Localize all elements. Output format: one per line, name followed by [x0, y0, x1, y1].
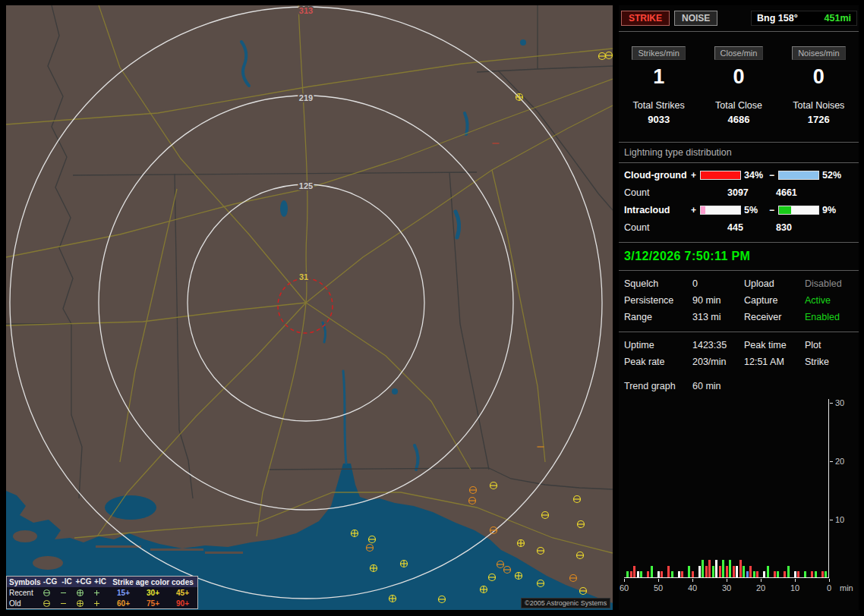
trend-bar	[794, 571, 796, 577]
trend-bar	[787, 566, 790, 577]
strikes-stat-column: Strikes/min 1 Total Strikes 9033	[619, 46, 698, 125]
trend-bar	[633, 566, 635, 577]
trend-bar	[739, 560, 742, 577]
age-code-90: 90+	[168, 599, 197, 608]
strikes-per-min-value: 1	[619, 65, 698, 89]
x-tick-mark	[829, 579, 830, 582]
peak-time-label: Peak time	[744, 340, 805, 350]
close-per-min-chip[interactable]: Close/min	[714, 46, 764, 60]
persistence-value: 90 min	[692, 295, 744, 306]
total-noises-label: Total Noises	[779, 100, 859, 111]
trend-bar	[811, 571, 813, 577]
plus-sign: +	[691, 205, 700, 215]
trend-bar	[671, 571, 673, 577]
upload-status: Disabled	[805, 278, 859, 289]
strike-symbol-pc	[516, 94, 523, 101]
persistence-label: Persistence	[624, 295, 692, 306]
strikes-per-min-chip[interactable]: Strikes/min	[632, 46, 685, 60]
strike-symbol-pc	[401, 561, 408, 567]
copyright: ©2005 Astrogenic Systems	[521, 598, 610, 608]
ic-minus-count: 830	[776, 222, 792, 233]
status-grid: Uptime 1423:35 Peak time Plot Peak rate …	[619, 332, 859, 376]
x-tick-label: 0	[821, 583, 837, 592]
ic-plus-bar	[700, 206, 741, 215]
x-tick-label: 10	[787, 583, 803, 592]
x-tick-label: 20	[753, 583, 768, 592]
distribution-title: Lightning type distribution	[619, 143, 859, 163]
trend-bar	[743, 566, 745, 577]
squelch-label: Squelch	[624, 278, 692, 289]
age-code-15: 15+	[109, 589, 138, 597]
trend-bar	[640, 571, 642, 577]
age-code-45: 45+	[168, 589, 197, 597]
x-tick-label: 40	[685, 583, 700, 592]
x-tick-mark	[658, 579, 659, 582]
range-label: Range	[624, 312, 692, 322]
total-close-label: Total Close	[698, 100, 778, 111]
trend-bar	[825, 571, 827, 577]
pos-ic-old-icon	[92, 599, 109, 608]
cg-plus-pct: 34%	[744, 170, 769, 181]
trend-bar	[630, 571, 632, 577]
neg-cg-recent-icon	[42, 589, 58, 597]
ic-minus-bar	[778, 206, 819, 215]
noise-button[interactable]: NOISE	[674, 11, 717, 26]
cg-minus-bar-fill	[779, 171, 818, 179]
lightning-map[interactable]: 31321912531 Symbols -CG -IC +CG +IC Stri…	[6, 5, 613, 610]
control-panel: STRIKE NOISE Bng 158° 451mi Strikes/min …	[619, 5, 859, 610]
pos-cg-old-icon	[75, 599, 92, 608]
minus-sign: −	[769, 205, 778, 215]
noises-stat-column: Noises/min 0 Total Noises 1726	[779, 46, 859, 125]
trend-bar	[705, 566, 708, 577]
count-label: Count	[624, 222, 691, 233]
pos-cg-recent-icon	[75, 589, 92, 597]
range-ring-label: 313	[299, 6, 313, 15]
peak-rate-value: 203/min	[692, 357, 744, 367]
nexstorm-window: 31321912531 Symbols -CG -IC +CG +IC Stri…	[0, 0, 864, 616]
trend-bar	[651, 566, 653, 577]
trend-bar	[777, 571, 779, 577]
x-tick-label: 30	[719, 583, 734, 592]
x-tick-label: 50	[651, 583, 666, 592]
y-tick-label: 20	[835, 457, 844, 466]
ic-minus-pct: 9%	[822, 205, 847, 215]
cloud-ground-row: Cloud-ground + 34% − 52%	[619, 170, 859, 181]
count-label: Count	[624, 187, 691, 198]
trend-bar	[736, 566, 738, 577]
trend-bar	[681, 571, 683, 577]
trend-bar	[746, 571, 749, 577]
range-value: 313 mi	[692, 312, 744, 322]
strike-button[interactable]: STRIKE	[621, 11, 670, 26]
ic-plus-count: 445	[727, 222, 776, 233]
trend-bar	[657, 571, 660, 577]
age-code-75: 75+	[138, 599, 168, 608]
legend-age-header: Strike age color codes	[109, 578, 197, 586]
y-tick-mark	[830, 403, 833, 404]
intracloud-label: Intracloud	[624, 205, 691, 215]
neg-cg-old-icon	[42, 599, 58, 608]
x-axis-unit-label: min	[840, 583, 853, 592]
cloud-ground-label: Cloud-ground	[624, 170, 691, 181]
legend-recent-label: Recent	[7, 589, 42, 597]
trend-bar	[637, 571, 639, 577]
trend-bar	[715, 560, 717, 577]
age-code-60: 60+	[109, 599, 138, 608]
capture-status: Active	[805, 295, 859, 306]
trend-window-value: 60 min	[692, 381, 859, 391]
strike-symbol-pc	[352, 530, 358, 537]
noises-per-min-chip[interactable]: Noises/min	[792, 46, 845, 60]
close-stat-column: Close/min 0 Total Close 4686	[698, 46, 778, 125]
ic-minus-bar-fill	[779, 206, 791, 214]
strike-symbol-pc	[481, 586, 487, 593]
squelch-value: 0	[692, 278, 744, 289]
settings-grid: Squelch 0 Upload Disabled Persistence 90…	[619, 271, 859, 332]
strike-symbol-pc	[389, 596, 396, 602]
peak-rate-label: Peak rate	[624, 357, 692, 367]
trend-bar	[729, 560, 731, 577]
y-tick-mark	[830, 520, 833, 520]
intracloud-row: Intracloud + 5% − 9%	[619, 205, 859, 215]
trend-bar	[767, 566, 769, 577]
cg-plus-bar	[700, 171, 741, 180]
minus-sign: −	[769, 170, 778, 181]
age-code-30: 30+	[138, 589, 168, 597]
